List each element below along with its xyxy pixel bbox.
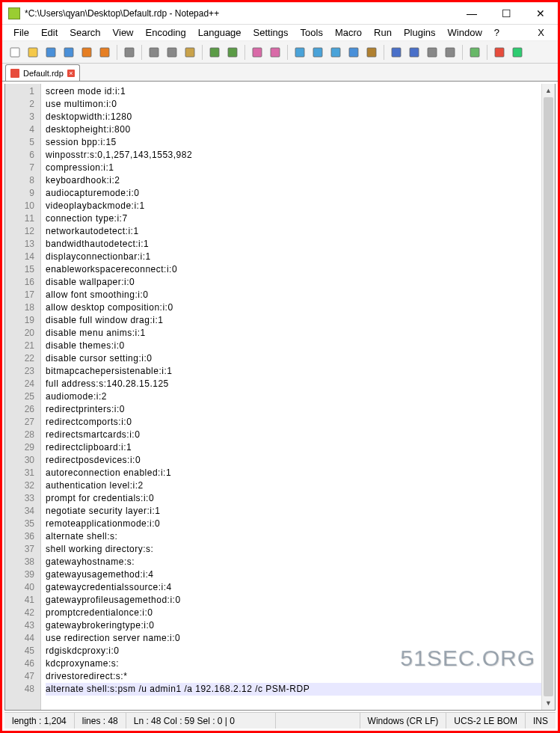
tab-close-icon[interactable]: × — [67, 70, 75, 77]
code-line[interactable]: use redirection server name:i:0 — [46, 632, 541, 645]
code-line[interactable]: kdcproxyname:s: — [46, 657, 541, 670]
close-button[interactable]: ✕ — [523, 2, 558, 25]
code-area[interactable]: screen mode id:i:1use multimon:i:0deskto… — [41, 84, 541, 710]
menu-search[interactable]: Search — [64, 25, 105, 40]
code-line[interactable]: redirectposdevices:i:0 — [46, 454, 541, 467]
code-line[interactable]: remoteapplicationmode:i:0 — [46, 518, 541, 530]
code-line[interactable]: promptcredentialonce:i:0 — [46, 607, 541, 619]
maximize-button[interactable]: ☐ — [489, 2, 523, 25]
code-line[interactable]: disable wallpaper:i:0 — [46, 276, 541, 289]
code-line[interactable]: connection type:i:7 — [46, 212, 541, 225]
code-line[interactable]: gatewaycredentialssource:i:4 — [46, 581, 541, 594]
code-line[interactable]: disable cursor setting:i:0 — [46, 352, 541, 365]
menu-language[interactable]: Language — [193, 25, 247, 40]
menu-file[interactable]: File — [8, 25, 34, 40]
code-line[interactable]: full address:s:140.28.15.125 — [46, 378, 541, 390]
menu-?[interactable]: ? — [489, 25, 505, 40]
zoomin-icon[interactable] — [292, 44, 308, 61]
code-line[interactable]: keyboardhook:i:2 — [46, 174, 541, 187]
menu-plugins[interactable]: Plugins — [399, 25, 441, 40]
code-line[interactable]: alternate shell:s:psm /u admin1 /a 192.1… — [46, 683, 541, 696]
paste-icon[interactable] — [182, 44, 198, 61]
code-line[interactable]: alternate shell:s: — [46, 530, 541, 543]
vertical-scrollbar[interactable]: ▲ ▼ — [541, 84, 555, 710]
code-line[interactable]: allow font smoothing:i:0 — [46, 289, 541, 301]
code-line[interactable]: redirectcomports:i:0 — [46, 416, 541, 429]
scroll-thumb[interactable] — [544, 97, 553, 696]
menu-tools[interactable]: Tools — [295, 25, 328, 40]
code-line[interactable]: bitmapcachepersistenable:i:1 — [46, 365, 541, 378]
indent-icon[interactable] — [388, 44, 404, 61]
code-line[interactable]: allow desktop composition:i:0 — [46, 301, 541, 314]
code-line[interactable]: networkautodetect:i:1 — [46, 225, 541, 238]
code-line[interactable]: disable themes:i:0 — [46, 340, 541, 352]
menu-window[interactable]: Window — [443, 25, 487, 40]
code-line[interactable]: session bpp:i:15 — [46, 136, 541, 149]
code-line[interactable]: redirectsmartcards:i:0 — [46, 429, 541, 441]
code-line[interactable]: redirectclipboard:i:1 — [46, 441, 541, 454]
code-line[interactable]: gatewaybrokeringtype:i:0 — [46, 619, 541, 632]
code-line[interactable]: screen mode id:i:1 — [46, 85, 541, 98]
replace-icon[interactable] — [267, 44, 283, 61]
menu-overflow[interactable]: X — [530, 25, 552, 40]
code-line[interactable]: bandwidthautodetect:i:1 — [46, 238, 541, 251]
code-line[interactable]: disable full window drag:i:1 — [46, 314, 541, 327]
menu-view[interactable]: View — [108, 25, 139, 40]
code-line[interactable]: audiomode:i:2 — [46, 390, 541, 403]
menu-encoding[interactable]: Encoding — [141, 25, 191, 40]
code-line[interactable]: displayconnectionbar:i:1 — [46, 251, 541, 263]
new-icon[interactable] — [7, 44, 23, 61]
save-icon[interactable] — [43, 44, 59, 61]
code-line[interactable]: authentication level:i:2 — [46, 479, 541, 492]
code-line[interactable]: drivestoredirect:s:* — [46, 670, 541, 683]
play-icon[interactable] — [509, 44, 526, 61]
menu-run[interactable]: Run — [369, 25, 397, 40]
record-icon[interactable] — [491, 44, 508, 61]
cut-icon[interactable] — [146, 44, 162, 61]
print-icon[interactable] — [121, 44, 138, 61]
code-line[interactable]: desktopwidth:i:1280 — [46, 111, 541, 123]
code-line[interactable]: shell working directory:s: — [46, 543, 541, 556]
code-line[interactable]: desktopheight:i:800 — [46, 123, 541, 136]
menu-settings[interactable]: Settings — [248, 25, 294, 40]
close-icon[interactable] — [79, 44, 95, 61]
code-line[interactable]: gatewayusagemethod:i:4 — [46, 568, 541, 581]
scroll-down-icon[interactable]: ▼ — [542, 696, 555, 710]
code-line[interactable]: redirectprinters:i:0 — [46, 403, 541, 416]
sync-icon[interactable] — [327, 44, 344, 61]
fold-icon[interactable] — [424, 44, 440, 61]
menu-edit[interactable]: Edit — [36, 25, 63, 40]
allchars-icon[interactable] — [363, 44, 380, 61]
undo-icon[interactable] — [206, 44, 223, 61]
code-line[interactable]: disable menu anims:i:1 — [46, 327, 541, 340]
code-line[interactable]: gatewayprofileusagemethod:i:0 — [46, 594, 541, 607]
code-line[interactable]: prompt for credentials:i:0 — [46, 492, 541, 505]
code-line[interactable]: audiocapturemode:i:0 — [46, 187, 541, 200]
find-icon[interactable] — [249, 44, 265, 61]
code-line[interactable]: enableworkspacereconnect:i:0 — [46, 263, 541, 276]
saveall-icon[interactable] — [61, 44, 77, 61]
copy-icon[interactable] — [164, 44, 180, 61]
redo-icon[interactable] — [224, 44, 241, 61]
svg-rect-3 — [64, 48, 73, 57]
code-line[interactable]: compression:i:1 — [46, 162, 541, 174]
scroll-up-icon[interactable]: ▲ — [542, 84, 555, 97]
minimize-button[interactable]: — — [455, 2, 489, 25]
code-line[interactable]: rdgiskdcproxy:i:0 — [46, 645, 541, 657]
code-line[interactable]: gatewayhostname:s: — [46, 556, 541, 568]
code-line[interactable]: use multimon:i:0 — [46, 98, 541, 111]
unfold-icon[interactable] — [442, 44, 458, 61]
menu-macro[interactable]: Macro — [330, 25, 367, 40]
hide-icon[interactable] — [467, 44, 483, 61]
outdent-icon[interactable] — [406, 44, 422, 61]
code-line[interactable]: autoreconnection enabled:i:1 — [46, 467, 541, 479]
zoomout-icon[interactable] — [310, 44, 326, 61]
closeall-icon[interactable] — [96, 44, 113, 61]
code-line[interactable]: negotiate security layer:i:1 — [46, 505, 541, 518]
file-tab[interactable]: Default.rdp × — [5, 64, 80, 81]
open-icon[interactable] — [25, 44, 41, 61]
line-number: 20 — [5, 327, 34, 340]
code-line[interactable]: winposstr:s:0,1,257,143,1553,982 — [46, 149, 541, 162]
wrap-icon[interactable] — [345, 44, 362, 61]
code-line[interactable]: videoplaybackmode:i:1 — [46, 200, 541, 212]
